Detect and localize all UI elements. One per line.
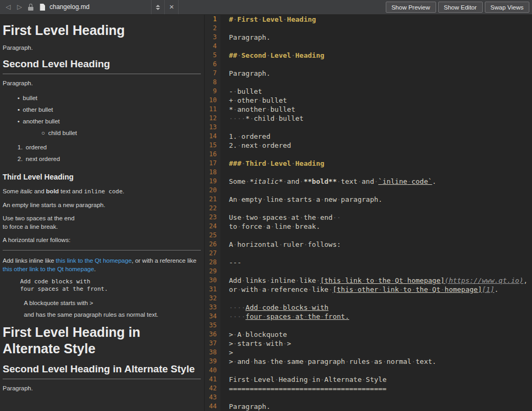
line-number: 18 xyxy=(205,168,220,177)
source-line-text xyxy=(220,78,229,87)
preview-link[interactable]: this other link to the Qt homepage xyxy=(3,266,94,272)
lock-icon xyxy=(28,4,33,11)
source-line-text: >·A·blockquote xyxy=(220,330,287,339)
source-line-text xyxy=(220,123,229,132)
source-line-text xyxy=(220,24,229,33)
source-line-text: to·force·a·line·break. xyxy=(220,222,320,231)
line-number: 10 xyxy=(205,96,220,105)
preview-text-run: Paragraph. xyxy=(3,385,33,391)
preview-block-p: Some italic and bold text and inline cod… xyxy=(3,187,201,196)
preview-block-list: 1.ordered2.next ordered xyxy=(3,141,201,165)
source-line: 35 xyxy=(205,321,532,330)
document-file-icon xyxy=(40,4,45,11)
source-line-text: Paragraph. xyxy=(220,402,270,411)
line-number: 22 xyxy=(205,204,220,213)
preview-block-p: Paragraph. xyxy=(3,43,201,52)
source-line: 152.·next·ordered xyxy=(205,141,532,150)
line-number: 28 xyxy=(205,258,220,267)
source-line-text: ====================================== xyxy=(220,384,386,393)
source-line: 10+·other·bullet xyxy=(205,96,532,105)
preview-block-p: An empty line starts a new paragraph. xyxy=(3,201,201,209)
source-line: 17###·Third·Level·Heading xyxy=(205,159,532,168)
close-document-icon[interactable]: × xyxy=(164,0,179,14)
markdown-source-editor[interactable]: 1#·First·Level·Heading23Paragraph.45##·S… xyxy=(204,15,532,411)
list-item-text: ordered xyxy=(26,144,47,150)
source-line: 9-·bullet xyxy=(205,87,532,96)
source-line: 26A·horizontal·ruler·follows: xyxy=(205,240,532,249)
source-line-text: Use·two·spaces·at·the·end·· xyxy=(220,213,341,222)
source-line-text: 1.·ordered xyxy=(220,132,270,141)
line-number: 27 xyxy=(205,249,220,258)
source-line-text xyxy=(220,204,229,213)
source-line: 7Paragraph. xyxy=(205,69,532,78)
line-number: 1 xyxy=(205,15,220,24)
source-line: 23Use·two·spaces·at·the·end·· xyxy=(205,213,532,222)
editor-lines: 1#·First·Level·Heading23Paragraph.45##·S… xyxy=(205,15,532,411)
line-number: 11 xyxy=(205,105,220,114)
source-line-text: ····*·child·bullet xyxy=(220,114,304,123)
editor-toolbar: ◁ ▷ changelog.md × Show Preview Show Edi… xyxy=(0,0,532,15)
source-line: 6 xyxy=(205,60,532,69)
source-line-text xyxy=(220,186,229,195)
list-item: ▪other bullet xyxy=(3,104,201,115)
source-line: 25 xyxy=(205,231,532,240)
preview-text-run: text and xyxy=(59,188,84,194)
line-number: 3 xyxy=(205,33,220,42)
source-line: 12····*·child·bullet xyxy=(205,114,532,123)
line-number: 35 xyxy=(205,321,220,330)
source-line: 2 xyxy=(205,24,532,33)
source-line: 3Paragraph. xyxy=(205,33,532,42)
source-line-text: --- xyxy=(220,258,241,267)
source-line: 34····four·spaces·at·the·front. xyxy=(205,312,532,321)
source-line: 5##·Second·Level·Heading xyxy=(205,51,532,60)
source-line: 18 xyxy=(205,168,532,177)
list-item-text: next ordered xyxy=(26,156,60,162)
source-line: 39>·and·has·the·same·paragraph·rules·as·… xyxy=(205,357,532,366)
line-number: 5 xyxy=(205,51,220,60)
source-line: 38> xyxy=(205,348,532,357)
list-item: 1.ordered xyxy=(3,141,201,153)
split-view: First Level HeadingParagraph.Second Leve… xyxy=(0,15,532,411)
source-line-text: >·and·has·the·same·paragraph·rules·as·no… xyxy=(220,357,436,366)
source-line-text: 2.·next·ordered xyxy=(220,141,291,150)
source-line-text xyxy=(220,42,229,51)
swap-views-button[interactable]: Swap Views xyxy=(485,2,529,13)
list-marker: ▪ xyxy=(17,106,20,113)
preview-block-blockquote: A blockquote starts with >and has the sa… xyxy=(24,299,201,319)
source-line: 27 xyxy=(205,249,532,258)
list-item: 2.next ordered xyxy=(3,153,201,165)
line-number: 29 xyxy=(205,267,220,276)
line-number: 42 xyxy=(205,384,220,393)
preview-block-codeblock: Add code blocks withfour spaces at the f… xyxy=(20,278,201,293)
line-number: 44 xyxy=(205,402,220,411)
go-back-icon[interactable]: ◁ xyxy=(3,0,14,14)
line-number: 16 xyxy=(205,150,220,159)
source-line: 29 xyxy=(205,267,532,276)
line-number: 37 xyxy=(205,339,220,348)
preview-block-hr xyxy=(3,250,201,251)
source-line: 8 xyxy=(205,78,532,87)
source-line-text xyxy=(220,393,229,402)
list-item: •another bullet xyxy=(3,115,201,127)
markdown-preview-pane[interactable]: First Level HeadingParagraph.Second Leve… xyxy=(0,15,204,411)
line-number: 6 xyxy=(205,60,220,69)
list-item-text: child bullet xyxy=(48,130,77,136)
chevron-up-icon xyxy=(156,5,160,7)
source-line: 36>·A·blockquote xyxy=(205,330,532,339)
preview-link[interactable]: this link to the Qt homepage xyxy=(56,257,131,264)
preview-block-p: Paragraph. xyxy=(3,384,201,392)
go-forward-icon[interactable]: ▷ xyxy=(14,0,25,14)
source-line-text: #·First·Level·Heading xyxy=(220,15,316,24)
list-item: ○child bullet xyxy=(3,127,201,139)
show-editor-button[interactable]: Show Editor xyxy=(438,2,483,13)
list-marker: 1. xyxy=(17,144,23,150)
document-selector-icon[interactable] xyxy=(151,0,164,14)
document-name-dropdown[interactable]: changelog.md xyxy=(49,0,151,14)
line-number: 4 xyxy=(205,42,220,51)
show-preview-button[interactable]: Show Preview xyxy=(386,2,436,13)
source-line-text: +·other·bullet xyxy=(220,96,287,105)
preview-block-p: Use two spaces at the endto force a line… xyxy=(3,214,201,231)
preview-text-run: to force a line break. xyxy=(3,224,58,230)
line-number: 24 xyxy=(205,222,220,231)
line-number: 43 xyxy=(205,393,220,402)
